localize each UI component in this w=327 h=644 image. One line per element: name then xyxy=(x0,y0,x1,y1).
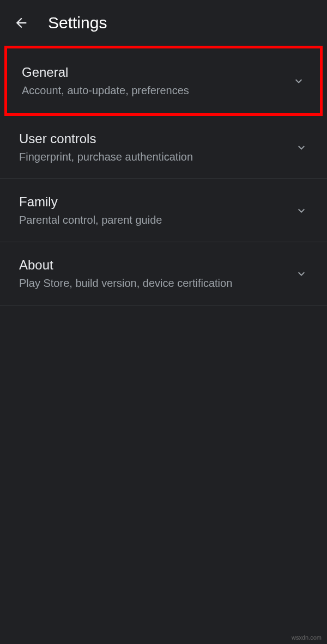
chevron-down-icon xyxy=(295,204,308,217)
setting-text: About Play Store, build version, device … xyxy=(19,257,295,290)
watermark: wsxdn.com xyxy=(292,634,322,641)
expand-chevron xyxy=(295,141,308,154)
setting-text: General Account, auto-update, preference… xyxy=(22,65,292,97)
chevron-down-icon xyxy=(295,141,308,154)
setting-subtitle: Parental control, parent guide xyxy=(19,214,295,226)
setting-item-about[interactable]: About Play Store, build version, device … xyxy=(0,242,327,305)
setting-title: Family xyxy=(19,194,295,210)
setting-subtitle: Play Store, build version, device certif… xyxy=(19,277,295,290)
setting-text: User controls Fingerprint, purchase auth… xyxy=(19,131,295,163)
expand-chevron xyxy=(295,204,308,217)
page-title: Settings xyxy=(48,14,107,32)
setting-title: About xyxy=(19,257,295,273)
setting-text: Family Parental control, parent guide xyxy=(19,194,295,226)
setting-subtitle: Account, auto-update, preferences xyxy=(22,84,292,97)
expand-chevron xyxy=(292,75,305,88)
chevron-down-icon xyxy=(292,75,305,88)
chevron-down-icon xyxy=(295,267,308,280)
back-button[interactable] xyxy=(14,15,29,30)
expand-chevron xyxy=(295,267,308,280)
setting-title: User controls xyxy=(19,131,295,146)
setting-item-user-controls[interactable]: User controls Fingerprint, purchase auth… xyxy=(0,116,327,179)
setting-subtitle: Fingerprint, purchase authentication xyxy=(19,151,295,163)
setting-title: General xyxy=(22,65,292,80)
setting-item-family[interactable]: Family Parental control, parent guide xyxy=(0,179,327,242)
back-arrow-icon xyxy=(14,15,29,30)
settings-list: General Account, auto-update, preference… xyxy=(0,46,327,305)
app-header: Settings xyxy=(0,0,327,46)
setting-item-general[interactable]: General Account, auto-update, preference… xyxy=(4,46,323,116)
